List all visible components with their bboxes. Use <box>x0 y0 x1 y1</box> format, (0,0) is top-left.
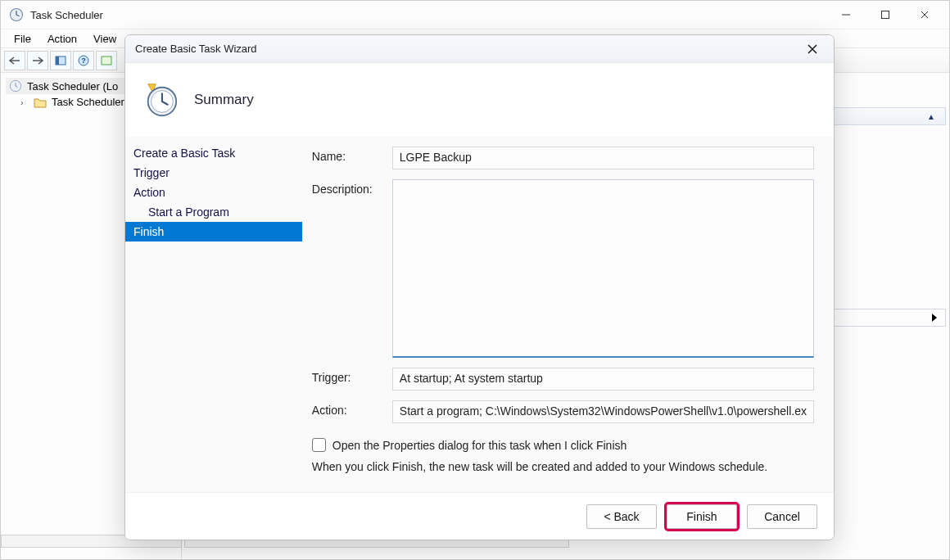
collapse-up-icon: ▲ <box>927 112 945 121</box>
wizard-step-list: Create a Basic Task Trigger Action Start… <box>125 137 302 492</box>
dialog-titlebar: Create Basic Task Wizard <box>125 35 834 63</box>
step-create-basic-task[interactable]: Create a Basic Task <box>125 143 302 163</box>
minimize-button[interactable] <box>826 1 866 29</box>
menu-action[interactable]: Action <box>39 31 85 47</box>
maximize-button[interactable] <box>866 1 905 29</box>
wizard-clock-icon <box>142 81 179 119</box>
step-trigger[interactable]: Trigger <box>125 163 302 183</box>
finish-button-label: Finish <box>686 510 717 523</box>
arrow-right-icon <box>932 314 937 322</box>
step-finish[interactable]: Finish <box>125 222 302 242</box>
action-field: Start a program; C:\Windows\System32\Win… <box>392 400 814 423</box>
main-titlebar: Task Scheduler <box>1 1 949 29</box>
description-field[interactable] <box>392 179 814 358</box>
step-action[interactable]: Action <box>125 183 302 202</box>
back-button[interactable]: < Back <box>586 504 657 529</box>
cancel-button[interactable]: Cancel <box>747 504 817 529</box>
name-label: Name: <box>312 147 392 163</box>
open-properties-checkbox[interactable] <box>312 438 326 452</box>
tree-expand-icon[interactable]: › <box>20 97 29 107</box>
back-button-label: < Back <box>604 510 639 523</box>
tree-child-label: Task Scheduler <box>52 96 124 108</box>
toolbar-extra-button[interactable] <box>96 51 117 70</box>
menu-file[interactable]: File <box>6 31 39 47</box>
finish-button[interactable]: Finish <box>667 504 737 529</box>
toolbar-back-button[interactable] <box>4 51 25 70</box>
trigger-field: At startup; At system startup <box>392 368 814 391</box>
toolbar-panel-button[interactable] <box>50 51 71 70</box>
task-scheduler-icon <box>9 7 24 22</box>
dialog-title: Create Basic Task Wizard <box>135 43 801 55</box>
close-button[interactable] <box>905 1 944 29</box>
toolbar-forward-button[interactable] <box>27 51 48 70</box>
wizard-form: Name: LGPE Backup Description: Trigger: … <box>302 137 834 492</box>
description-label: Description: <box>312 179 392 196</box>
svg-rect-6 <box>102 56 111 65</box>
svg-text:?: ? <box>81 56 86 65</box>
cancel-button-label: Cancel <box>764 510 800 523</box>
folder-icon <box>34 97 47 108</box>
toolbar-help-button[interactable]: ? <box>73 51 94 70</box>
wizard-section-title: Summary <box>194 92 254 108</box>
dialog-body: Create a Basic Task Trigger Action Start… <box>125 137 834 492</box>
open-properties-row[interactable]: Open the Properties dialog for this task… <box>312 438 814 452</box>
trigger-label: Trigger: <box>312 368 392 384</box>
name-field: LGPE Backup <box>392 147 814 169</box>
clock-icon <box>9 79 22 93</box>
main-window-title: Task Scheduler <box>30 9 826 21</box>
open-properties-label: Open the Properties dialog for this task… <box>332 439 627 452</box>
tree-root-label: Task Scheduler (Lo <box>27 80 118 93</box>
dialog-header: Summary <box>125 63 834 137</box>
action-label: Action: <box>312 400 392 417</box>
svg-rect-3 <box>56 56 59 65</box>
svg-rect-1 <box>882 11 889 19</box>
dialog-footer: < Back Finish Cancel <box>125 492 834 540</box>
dialog-close-button[interactable] <box>801 38 824 61</box>
menu-view[interactable]: View <box>85 31 124 47</box>
create-basic-task-wizard-dialog: Create Basic Task Wizard Summary Create … <box>124 34 835 540</box>
window-controls <box>826 1 944 29</box>
finish-note: When you click Finish, the new task will… <box>312 460 814 473</box>
step-start-a-program[interactable]: Start a Program <box>125 202 302 222</box>
